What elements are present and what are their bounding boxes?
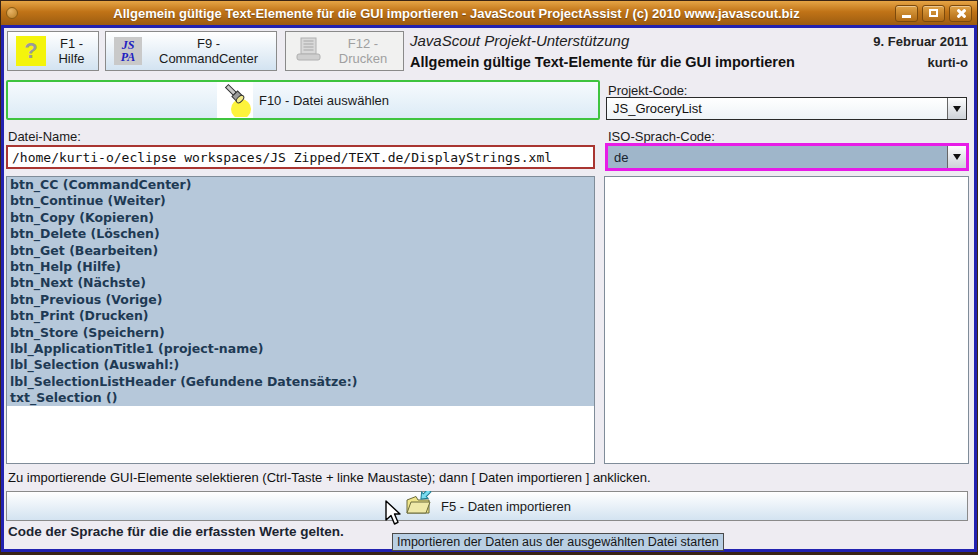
question-mark-icon: ? xyxy=(16,36,46,66)
list-item[interactable]: btn_Print (Drucken) xyxy=(7,308,594,324)
chevron-down-icon[interactable] xyxy=(947,98,966,119)
app-title: JavaScout Projekt-Unterstützung xyxy=(410,32,629,49)
close-icon xyxy=(955,8,966,19)
commandcenter-button-label: F9 - CommandCenter xyxy=(149,36,268,66)
file-select-button-label: F10 - Datei auswählen xyxy=(259,93,389,108)
import-data-button[interactable]: F5 - Daten importieren xyxy=(6,491,968,521)
help-button[interactable]: ? F1 - Hilfe xyxy=(7,31,99,71)
selection-hint: Zu importierende GUI-Elemente selektiere… xyxy=(8,470,651,485)
list-item[interactable]: btn_Previous (Vorige) xyxy=(7,292,594,308)
list-item[interactable]: btn_Help (Hilfe) xyxy=(7,259,594,275)
minimize-button[interactable] xyxy=(895,5,918,22)
project-code-label: Projekt-Code: xyxy=(608,83,687,98)
minimize-icon xyxy=(902,15,911,18)
iso-code-select[interactable]: de xyxy=(605,143,969,171)
help-button-label: F1 - Hilfe xyxy=(53,36,90,66)
js-pa-logo-line2: PA xyxy=(121,51,135,63)
list-item[interactable]: btn_Copy (Kopieren) xyxy=(7,210,594,226)
window-content: ? F1 - Hilfe JS PA F9 - CommandCenter xyxy=(1,25,977,552)
folder-import-icon xyxy=(403,491,433,521)
file-select-button[interactable]: F10 - Datei auswählen xyxy=(6,80,600,120)
list-item[interactable]: lbl_ApplicationTitle1 (project-name) xyxy=(7,341,594,357)
list-item[interactable]: btn_Delete (Löschen) xyxy=(7,226,594,242)
header-user: kurti-o xyxy=(928,55,968,70)
maximize-button[interactable] xyxy=(922,5,945,22)
maximize-icon xyxy=(929,9,938,17)
print-button: F12 - Drucken xyxy=(285,31,404,71)
chevron-down-icon[interactable] xyxy=(947,146,966,168)
printer-icon xyxy=(294,35,324,68)
page-title: Allgemein gültige Text-Elemente für die … xyxy=(410,54,795,70)
gui-elements-list[interactable]: btn_CC (CommandCenter)btn_Continue (Weit… xyxy=(6,176,595,464)
project-code-value: JS_GroceryList xyxy=(607,98,947,119)
iso-code-value: de xyxy=(608,146,947,168)
list-item[interactable]: lbl_SelectionListHeader (Gefundene Daten… xyxy=(7,374,594,390)
status-bar: Code der Sprache für die die erfassten W… xyxy=(8,524,344,539)
commandcenter-button[interactable]: JS PA F9 - CommandCenter xyxy=(105,31,277,71)
import-button-tooltip: Importieren der Daten aus der ausgewählt… xyxy=(392,533,724,551)
iso-code-label: ISO-Sprach-Code: xyxy=(608,129,715,144)
header-date: 9. Februar 2011 xyxy=(873,34,968,49)
list-item[interactable]: btn_Get (Bearbeiten) xyxy=(7,243,594,259)
list-item[interactable]: btn_Store (Speichern) xyxy=(7,325,594,341)
print-button-label: F12 - Drucken xyxy=(331,36,395,66)
titlebar: Allgemein gültige Text-Elemente für die … xyxy=(1,1,977,25)
import-data-button-label: F5 - Daten importieren xyxy=(441,499,571,514)
imported-elements-list[interactable] xyxy=(604,176,969,464)
list-item[interactable]: txt_Selection () xyxy=(7,390,594,406)
list-item[interactable]: btn_Next (Nächste) xyxy=(7,275,594,291)
flashlight-icon xyxy=(217,82,253,118)
app-window: Allgemein gültige Text-Elemente für die … xyxy=(0,0,978,555)
list-item[interactable]: lbl_Selection (Auswahl:) xyxy=(7,357,594,373)
js-pa-logo-icon: JS PA xyxy=(114,37,142,65)
file-name-label: Datei-Name: xyxy=(8,129,81,144)
close-button[interactable] xyxy=(949,5,972,22)
list-item[interactable]: btn_CC (CommandCenter) xyxy=(7,177,594,193)
list-item[interactable]: btn_Continue (Weiter) xyxy=(7,193,594,209)
project-code-select[interactable]: JS_GroceryList xyxy=(606,97,967,120)
window-menu-icon[interactable] xyxy=(6,7,18,19)
window-title: Allgemein gültige Text-Elemente für die … xyxy=(18,6,895,21)
file-name-input[interactable] xyxy=(6,145,595,169)
